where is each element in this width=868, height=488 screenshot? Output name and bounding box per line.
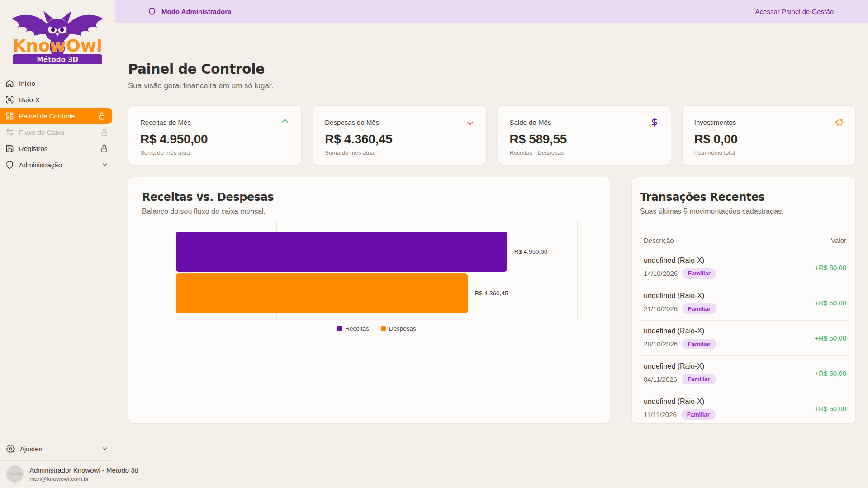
app-window: KnowOwl Método 3D Início Raio-X Painel d… xyxy=(0,0,868,488)
arrow-up-icon xyxy=(280,118,289,127)
shield-icon xyxy=(5,161,14,169)
legend-item-despesas: Despesas xyxy=(381,325,416,332)
save-icon xyxy=(5,144,14,153)
arrow-down-icon xyxy=(465,118,474,127)
sidebar-item-label: Administração xyxy=(19,161,96,169)
legend-item-receitas: Receitas xyxy=(337,325,369,332)
page-content: Painel de Controle Sua visão geral finan… xyxy=(115,47,868,488)
stat-note: Soma do mês atual xyxy=(325,149,474,156)
shield-icon xyxy=(148,7,156,15)
transaction-description: undefined (Raio-X) xyxy=(644,327,716,335)
topbar: Modo Administradora Acessar Painel de Ge… xyxy=(115,0,868,23)
category-badge: Familiar xyxy=(682,339,716,349)
dashboard-icon xyxy=(5,112,14,120)
sidebar-item-inicio[interactable]: Início xyxy=(0,75,115,91)
sidebar-item-label: Fluxo de Caixa xyxy=(19,128,95,136)
main-column: Modo Administradora Acessar Painel de Ge… xyxy=(115,0,868,488)
sidebar: KnowOwl Método 3D Início Raio-X Painel d… xyxy=(0,0,115,488)
sidebar-item-administracao[interactable]: Administração xyxy=(0,156,115,173)
table-row[interactable]: undefined (Raio-X) 04/11/2026 Familiar +… xyxy=(639,356,848,391)
transaction-description: undefined (Raio-X) xyxy=(644,292,716,300)
brand-name: KnowOwl xyxy=(13,36,102,56)
sidebar-item-raio-x[interactable]: Raio-X xyxy=(0,91,115,108)
sidebar-nav: Início Raio-X Painel de Controle Fluxo d… xyxy=(0,75,115,173)
home-icon xyxy=(5,79,14,88)
stat-note: Receitas - Despesas xyxy=(510,149,659,156)
piggy-bank-icon xyxy=(835,118,844,127)
user-name: Administrador Knowowl - Metodo 3d xyxy=(29,466,138,474)
sidebar-footer: Ajustes 100 × 100 Administrador Knowowl … xyxy=(0,441,115,488)
stat-value: R$ 4.950,00 xyxy=(140,132,289,147)
sidebar-item-painel-de-controle[interactable]: Painel de Controle xyxy=(0,108,112,124)
category-badge: Familiar xyxy=(682,268,716,279)
despesas-bar[interactable] xyxy=(176,273,468,313)
user-info: Administrador Knowowl - Metodo 3d mari@k… xyxy=(29,466,138,482)
stat-value: R$ 4.360,45 xyxy=(325,132,474,147)
category-badge: Familiar xyxy=(682,374,716,384)
transactions-subtitle: Suas últimas 5 movimentações cadastradas… xyxy=(640,208,848,216)
legend-label: Receitas xyxy=(345,325,369,332)
table-row[interactable]: undefined (Raio-X) 21/10/2026 Familiar +… xyxy=(639,285,848,321)
brand-tagline: Método 3D xyxy=(37,56,78,64)
despesas-swatch-icon xyxy=(381,326,386,331)
stat-value: R$ 589,55 xyxy=(510,132,659,147)
legend-label: Despesas xyxy=(389,325,416,332)
transaction-date: 11/11/2026 xyxy=(644,411,677,418)
stat-card-receitas: Receitas do Mês R$ 4.950,00 Soma do mês … xyxy=(128,105,302,165)
sidebar-item-label: Painel de Controle xyxy=(19,112,92,120)
transaction-description: undefined (Raio-X) xyxy=(644,362,716,370)
transaction-description: undefined (Raio-X) xyxy=(644,256,716,265)
sidebar-item-fluxo-de-caixa[interactable]: Fluxo de Caixa xyxy=(0,124,115,140)
page-title: Painel de Controle xyxy=(128,61,856,77)
stat-note: Patrimônio total xyxy=(694,149,844,156)
settings-button[interactable]: Ajustes xyxy=(0,441,115,457)
bar-chart-plot: R$ 4.950,00 R$ 4.360,45 xyxy=(176,220,577,321)
transaction-value: +R$ 50,00 xyxy=(815,334,846,342)
header-strip xyxy=(115,23,868,47)
table-row[interactable]: undefined (Raio-X) 14/10/2026 Familiar +… xyxy=(639,250,848,285)
stat-card-investimentos: Investimentos R$ 0,00 Patrimônio total xyxy=(682,105,856,165)
column-descricao: Descrição xyxy=(644,237,674,244)
transaction-value: +R$ 50,00 xyxy=(815,299,846,307)
chart-card: Receitas vs. Despesas Balanço do seu flu… xyxy=(128,177,610,424)
stat-label: Despesas do Mês xyxy=(325,118,379,126)
stat-label: Saldo do Mês xyxy=(510,118,551,126)
page-subtitle: Sua visão geral financeira em um só luga… xyxy=(128,81,856,90)
admin-mode-indicator: Modo Administradora xyxy=(148,7,231,15)
sidebar-item-registros[interactable]: Registros xyxy=(0,140,115,156)
lock-icon xyxy=(100,128,109,137)
avatar: 100 × 100 xyxy=(6,465,24,483)
column-valor: Valor xyxy=(831,237,846,244)
transaction-value: +R$ 50,00 xyxy=(815,264,846,271)
receitas-bar[interactable] xyxy=(176,232,507,272)
owl-logo-icon: KnowOwl Método 3D xyxy=(5,5,109,64)
transactions-title: Transações Recentes xyxy=(640,191,848,204)
receitas-bar-label: R$ 4.950,00 xyxy=(514,248,548,255)
lock-icon xyxy=(97,112,106,120)
sidebar-item-label: Raio-X xyxy=(19,96,109,104)
main-row: Receitas vs. Despesas Balanço do seu flu… xyxy=(128,177,856,424)
table-row[interactable]: undefined (Raio-X) 11/11/2026 Familiar +… xyxy=(639,391,848,426)
stat-label: Investimentos xyxy=(694,118,736,126)
transaction-description: undefined (Raio-X) xyxy=(644,398,716,406)
table-row[interactable]: undefined (Raio-X) 28/10/2026 Familiar +… xyxy=(639,321,848,356)
user-profile[interactable]: 100 × 100 Administrador Knowowl - Metodo… xyxy=(0,461,115,488)
chevron-down-icon xyxy=(101,161,109,168)
transaction-date: 21/10/2026 xyxy=(644,305,678,313)
gear-icon xyxy=(6,445,15,453)
brand-logo[interactable]: KnowOwl Método 3D xyxy=(0,0,115,72)
transaction-date: 28/10/2026 xyxy=(644,340,678,348)
lock-icon xyxy=(100,144,109,153)
settings-label: Ajustes xyxy=(20,445,96,453)
arrows-right-left-icon xyxy=(5,128,14,137)
stat-label: Receitas do Mês xyxy=(140,118,191,126)
table-header: Descrição Valor xyxy=(639,237,848,250)
transaction-date: 04/11/2026 xyxy=(644,375,677,383)
acessar-painel-gestao-link[interactable]: Acessar Painel de Gestão xyxy=(755,8,834,15)
gridline xyxy=(577,220,578,321)
transaction-value: +R$ 50,00 xyxy=(815,405,846,412)
despesas-bar-label: R$ 4.360,45 xyxy=(475,290,508,297)
avatar-placeholder-text: 100 × 100 xyxy=(8,473,21,476)
sidebar-item-label: Início xyxy=(19,80,109,87)
stat-note: Soma do mês atual xyxy=(140,149,289,156)
